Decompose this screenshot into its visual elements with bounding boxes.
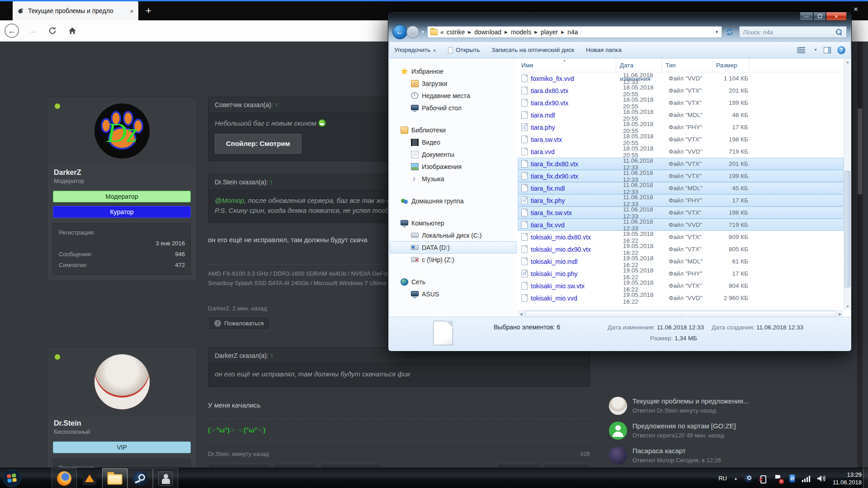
file-row[interactable]: tiara.phy 18.05.2018 20:55 Файл "PHY" 17… <box>518 121 844 133</box>
scroll-up-icon[interactable]: ▲ <box>846 60 849 64</box>
thread-avatar[interactable] <box>609 397 627 415</box>
bluetooth-icon[interactable]: B <box>789 474 795 483</box>
username[interactable]: Dr.Stein <box>47 416 196 427</box>
file-name[interactable]: tokisaki_mio.sw.vtx <box>531 282 619 290</box>
file-name[interactable]: tiara_fix.dx90.vtx <box>531 173 619 180</box>
spoiler-button[interactable]: Спойлер: Смотрим <box>215 134 302 154</box>
file-row[interactable]: tokisaki_mio.mdl 19.05.2018 16:22 Файл "… <box>518 255 844 267</box>
post-author-timestamp[interactable]: Dr.Stein, минуту назад <box>208 450 269 457</box>
post-number[interactable]: #26 <box>580 450 590 457</box>
file-row[interactable]: tokisaki_mio.dx80.vtx 19.05.2018 16:22 Ф… <box>518 231 844 243</box>
file-name[interactable]: foxmiko_fix.vvd <box>531 75 619 82</box>
file-row[interactable]: tiara_fix.mdl 11.06.2018 12:33 Файл "MDL… <box>518 182 844 194</box>
taskbar-button-explorer[interactable] <box>102 468 127 488</box>
nav-item[interactable]: DATA (D:) <box>390 241 517 253</box>
username[interactable]: DarkerZ <box>47 165 196 177</box>
view-dropdown-icon[interactable]: ▼ <box>814 48 817 52</box>
file-name[interactable]: tiara.dx80.vtx <box>531 87 619 94</box>
file-name[interactable]: tokisaki_mio.dx80.vtx <box>531 234 619 241</box>
file-row[interactable]: tiara.sw.vtx 18.05.2018 20:55 Файл "VTX"… <box>518 133 844 145</box>
file-row[interactable]: tiara.vvd 18.05.2018 20:55 Файл "VVD" 71… <box>518 145 844 158</box>
explorer-back-button[interactable]: ← <box>392 24 407 39</box>
nav-item[interactable]: с (\\Hp) (Z:) <box>390 253 517 266</box>
network-signal-icon[interactable] <box>802 475 810 482</box>
refresh-icon[interactable] <box>726 28 734 36</box>
change-view-icon[interactable] <box>797 47 805 53</box>
file-name[interactable]: tiara.sw.vtx <box>531 136 619 143</box>
history-dropdown-icon[interactable]: ▼ <box>421 30 425 34</box>
breadcrumb-segment[interactable]: download▶ <box>474 28 508 36</box>
thread-title[interactable]: Текущие проблемы и предложения... <box>632 397 749 406</box>
start-button[interactable] <box>3 469 21 488</box>
maximize-button[interactable] <box>813 12 826 21</box>
nav-item[interactable]: Загрузки <box>390 77 517 89</box>
breadcrumb-label[interactable]: n4a <box>567 28 578 36</box>
forward-button[interactable]: → <box>25 23 40 38</box>
nav-item[interactable]: Сеть <box>390 276 517 288</box>
file-row[interactable]: tiara.mdl 18.05.2018 20:55 Файл "MDL" 48… <box>518 109 844 121</box>
nav-item[interactable]: Изображения <box>390 160 517 173</box>
taskbar-button-counter-strike[interactable] <box>153 468 178 488</box>
quote-jump-arrow-icon[interactable]: ↑ <box>270 178 273 186</box>
file-name[interactable]: tiara_fix.vvd <box>531 221 619 229</box>
nav-item[interactable]: Видео <box>390 136 517 148</box>
nav-item[interactable]: Библиотеки <box>390 124 517 136</box>
breadcrumb-label[interactable]: cstrike <box>447 28 465 36</box>
taskbar-button-orange-app[interactable] <box>77 468 102 488</box>
home-button[interactable] <box>65 23 80 38</box>
nav-item[interactable]: Недавние места <box>390 89 517 102</box>
nav-item[interactable]: Музыка <box>390 173 517 185</box>
minimize-button[interactable]: — <box>800 12 813 21</box>
breadcrumb-label[interactable]: download <box>474 28 501 36</box>
nav-item[interactable]: Компьютер <box>390 217 517 229</box>
horizontal-scrollbar-thumb[interactable]: ··· <box>525 311 836 317</box>
thread-avatar[interactable] <box>609 422 627 440</box>
thread-item[interactable]: Предложения по картам [GO:ZE] Ответил се… <box>609 422 762 440</box>
scroll-right-icon[interactable]: ▶ <box>839 312 842 316</box>
nav-item[interactable]: Локальный диск (C:) <box>390 229 517 241</box>
thread-avatar[interactable] <box>609 446 627 465</box>
page-scrollbar[interactable] <box>857 42 863 468</box>
chevron-right-icon[interactable]: ▶ <box>561 30 564 34</box>
file-row[interactable]: tiara_fix.vvd 11.06.2018 12:33 Файл "VVD… <box>518 219 844 231</box>
open-button[interactable]: Открыть <box>448 47 480 53</box>
file-row[interactable]: tiara_fix.sw.vtx 11.06.2018 12:33 Файл "… <box>518 206 844 219</box>
clock[interactable]: 13:29 11.06.2018 <box>833 471 862 486</box>
back-button[interactable]: ← <box>5 23 19 38</box>
file-name[interactable]: tokisaki_mio.vvd <box>531 295 619 302</box>
explorer-forward-button[interactable]: → <box>406 26 419 38</box>
file-row[interactable]: tiara_fix.dx80.vtx 11.06.2018 12:33 Файл… <box>518 158 844 170</box>
quote-jump-arrow-icon[interactable]: ↑ <box>274 101 278 108</box>
close-button[interactable]: × <box>826 12 847 21</box>
volume-icon[interactable] <box>817 474 826 483</box>
browser-tab-active[interactable]: Текущие проблемы и предло × <box>13 1 138 20</box>
delete-button[interactable]: Удалить <box>274 464 317 468</box>
column-header-name[interactable]: Имя <box>518 59 616 72</box>
power-tray-icon[interactable] <box>760 474 768 483</box>
vertical-scrollbar[interactable]: ▲ ▼ <box>844 59 851 310</box>
thread-item[interactable]: Пасараса касарт Ответил Мотор Сегодня, в… <box>609 446 762 465</box>
scroll-left-icon[interactable]: ◀ <box>519 312 523 316</box>
file-row[interactable]: tokisaki_mio.dx90.vtx 19.05.2018 16:22 Ф… <box>518 243 844 255</box>
nav-item[interactable]: Домашняя группа <box>390 195 517 207</box>
breadcrumb-segment[interactable]: cstrike▶ <box>447 28 471 36</box>
scroll-down-icon[interactable]: ▼ <box>846 305 849 309</box>
breadcrumb-label[interactable]: models <box>511 28 531 36</box>
quote-jump-arrow-icon[interactable]: ↑ <box>270 352 274 359</box>
nav-item[interactable]: ASUS <box>390 288 517 300</box>
nav-item[interactable]: Избранное <box>390 65 517 77</box>
show-hidden-icons-icon[interactable]: ▲ <box>734 476 738 481</box>
chevron-right-icon[interactable]: ▶ <box>534 30 538 34</box>
file-row[interactable]: tokisaki_mio.sw.vtx 19.05.2018 16:22 Фай… <box>518 280 844 292</box>
action-center-flag-icon[interactable] <box>774 474 783 483</box>
search-icon[interactable] <box>836 29 843 36</box>
report-button[interactable]: !Пожаловаться <box>320 464 382 468</box>
file-row[interactable]: tiara.dx80.vtx 18.05.2018 20:55 Файл "VT… <box>518 84 844 97</box>
column-header-size[interactable]: Размер <box>712 59 750 72</box>
show-desktop-button[interactable] <box>863 468 868 488</box>
vertical-scrollbar-thumb[interactable] <box>844 171 850 287</box>
reply-button[interactable]: ↩Ответить <box>544 464 590 468</box>
column-header-date[interactable]: Дата изменения <box>616 59 662 72</box>
new-folder-button[interactable]: Новая папка <box>586 47 622 53</box>
thread-title[interactable]: Предложения по картам [GO:ZE] <box>632 422 736 431</box>
